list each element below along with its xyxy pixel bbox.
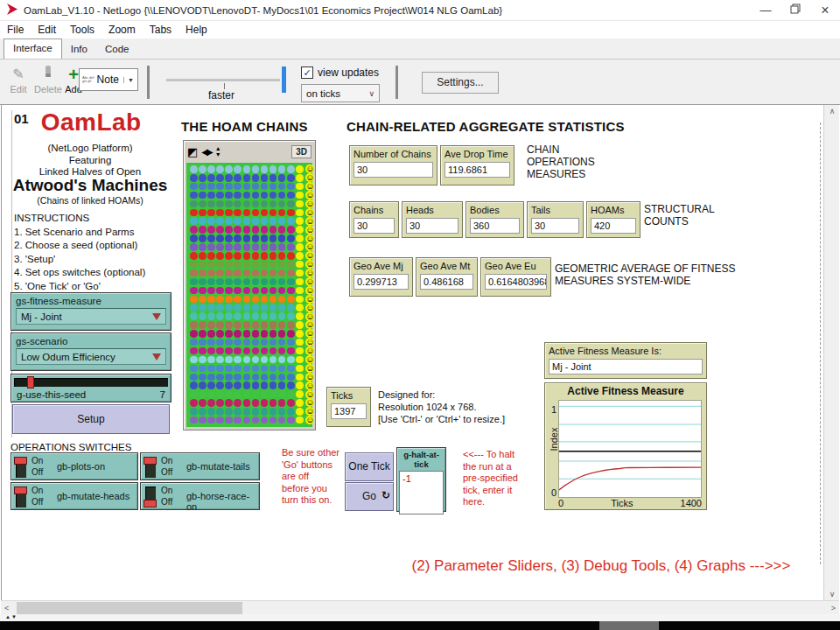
hoam-body-dot	[216, 330, 224, 338]
minimize-button[interactable]: —	[751, 1, 780, 20]
view-updates-checkbox[interactable]: ✓	[301, 66, 313, 79]
hoam-body-dot	[243, 217, 251, 225]
switch-knob[interactable]	[144, 500, 157, 508]
hoam-body-dot	[243, 330, 251, 338]
3d-button[interactable]: 3D	[291, 145, 312, 158]
hoam-body-dot	[234, 365, 242, 373]
hoam-body-dot	[190, 217, 198, 225]
hoam-body-dot	[190, 278, 198, 286]
seed-slider[interactable]: g-use-this-seed 7	[10, 374, 172, 402]
scroll-left-icon[interactable]: <	[4, 604, 9, 612]
settings-button[interactable]: Settings...	[422, 72, 499, 94]
smiley-head-icon: ☺	[305, 226, 314, 234]
dropdown-arrow-icon: ▼	[123, 77, 137, 83]
horizontal-scrollbar[interactable]: < >	[1, 600, 839, 614]
vertical-scrollbar[interactable]: ∧ ∨	[823, 105, 839, 600]
menu-help[interactable]: Help	[178, 24, 214, 36]
scroll-down-icon[interactable]: ∨	[824, 590, 840, 598]
hoam-body-dot	[261, 347, 269, 355]
monitor-ticks: Ticks1397	[326, 387, 371, 427]
menu-edit[interactable]: Edit	[31, 24, 63, 36]
hoam-body-dot	[252, 183, 260, 191]
hoam-body-dot	[243, 408, 251, 416]
menu-bar: File Edit Tools Zoom Tabs Help	[0, 21, 840, 38]
one-tick-button[interactable]: One Tick	[345, 452, 394, 481]
switch-knob[interactable]	[144, 457, 157, 465]
hoam-body-dot	[190, 321, 198, 329]
model-subtitle: (NetLogo Platform) Featuring Linked Halv…	[7, 142, 173, 206]
operations-switch[interactable]: OnOff gb-plots-on	[10, 452, 138, 480]
horizontal-arrows-icon[interactable]: ◀▶	[201, 146, 211, 158]
menu-zoom[interactable]: Zoom	[102, 24, 143, 36]
scroll-up-icon[interactable]: ∧	[824, 107, 840, 116]
operations-switch[interactable]: OnOff gb-horse-race-on	[140, 482, 260, 510]
edit-button[interactable]: ✎ Edit	[7, 65, 30, 94]
widget-type-dropdown[interactable]: Abc def ghi jkl Note ▼	[79, 68, 138, 91]
chain-row: ☺	[190, 226, 311, 234]
slider-knob[interactable]	[27, 376, 34, 388]
shade-toggle-icon[interactable]: ◩	[187, 146, 198, 158]
hoam-body-dot	[207, 321, 215, 329]
slider-value: 7	[160, 389, 165, 400]
smiley-head-icon: ☺	[305, 355, 314, 364]
scroll-right-icon[interactable]: >	[831, 604, 836, 612]
setup-button[interactable]: Setup	[12, 404, 170, 434]
operations-switch[interactable]: OnOff gb-mutate-tails	[140, 452, 260, 480]
tab-info[interactable]: Info	[62, 40, 96, 59]
tab-code[interactable]: Code	[96, 40, 138, 59]
hoam-body-dot	[234, 347, 242, 355]
go-button[interactable]: Go ↻	[345, 482, 394, 511]
model-number: 01	[14, 111, 29, 126]
hoam-body-dot	[207, 261, 215, 269]
tab-interface[interactable]: Interface	[4, 38, 62, 59]
halt-at-tick-input[interactable]: g-halt-at-tick -1	[396, 447, 446, 512]
hoam-body-dot	[225, 174, 233, 182]
halt-input-value[interactable]: -1	[399, 471, 444, 514]
smiley-head-icon: ☺	[305, 320, 314, 329]
vertical-arrows-icon[interactable]: ▲▼	[215, 145, 221, 158]
hoam-body-dot	[190, 183, 198, 191]
switch-knob[interactable]	[14, 486, 27, 494]
chain-row: ☺	[190, 252, 311, 260]
update-mode-select[interactable]: on ticks ∨	[301, 84, 380, 102]
operations-switch[interactable]: OnOff gb-mutate-heads	[10, 482, 138, 510]
menu-file[interactable]: File	[0, 24, 31, 36]
hoam-body-dot	[216, 390, 224, 398]
hoam-body-dot	[278, 390, 286, 398]
hoam-body-dot	[278, 226, 286, 234]
restore-button[interactable]	[780, 1, 810, 20]
hoam-body-dot	[216, 365, 224, 373]
monitor-geo-ave-mj: Geo Ave Mj0.299713	[349, 257, 413, 297]
hoam-body-dot	[225, 243, 233, 251]
hoam-tail-dot	[296, 261, 304, 269]
speed-slider-track[interactable]	[166, 79, 280, 81]
hoam-body-dot	[207, 390, 215, 398]
hoam-body-dot	[216, 261, 224, 269]
world-view[interactable]: ☺☺☺☺☺☺☺☺☺☺☺☺☺☺☺☺☺☺☺☺☺☺☺☺☺☺☺☺☺☺	[186, 163, 312, 427]
menu-tools[interactable]: Tools	[63, 24, 102, 36]
hoam-body-dot	[261, 200, 269, 208]
hoam-body-dot	[252, 192, 260, 200]
delete-button[interactable]: Delete	[33, 65, 63, 94]
hoam-body-dot	[252, 356, 260, 364]
hoam-body-dot	[225, 312, 233, 320]
hoam-body-dot	[234, 304, 242, 312]
hoam-body-dot	[270, 330, 277, 338]
horizontal-scroll-thumb[interactable]	[17, 602, 242, 614]
smiley-head-icon: ☺	[305, 304, 314, 312]
close-button[interactable]: ×	[810, 1, 840, 20]
hoam-body-dot	[270, 416, 277, 424]
chooser-fitness-measure[interactable]: gs-fitness-measure Mj - Joint	[10, 292, 172, 331]
switch-knob[interactable]	[14, 457, 27, 465]
page-boundary-dashed-line	[820, 122, 821, 564]
slider-groove	[14, 378, 168, 387]
hoam-body-dot	[287, 304, 295, 312]
hoam-body-dot	[270, 174, 277, 182]
speed-slider-thumb[interactable]	[282, 66, 286, 93]
hoam-body-dot	[234, 287, 242, 295]
monitor-ave-drop-time: Ave Drop Time119.6861	[440, 145, 514, 186]
menu-tabs[interactable]: Tabs	[143, 24, 178, 36]
hoam-body-dot	[278, 312, 286, 320]
chooser-scenario[interactable]: gs-scenario Low Odum Efficiency	[10, 332, 172, 371]
smiley-head-icon: ☺	[305, 373, 314, 382]
